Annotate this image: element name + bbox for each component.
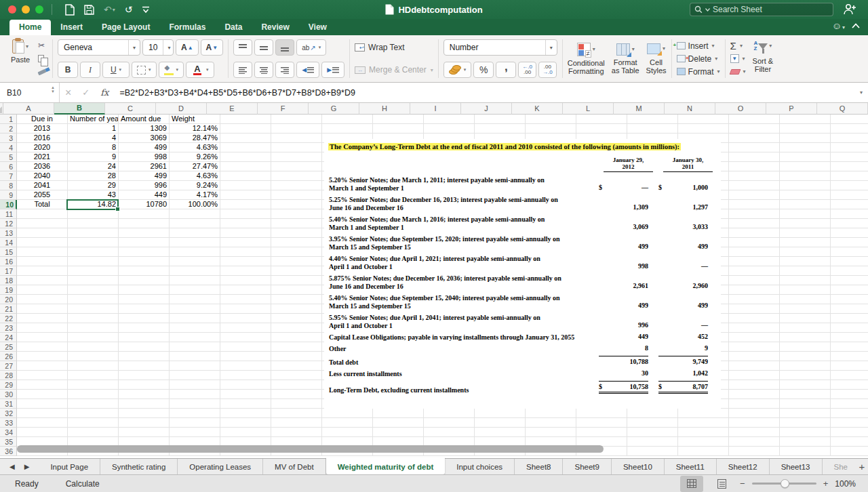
row-header-4[interactable]: 4 (0, 143, 17, 152)
sheet-tab-sheet13[interactable]: Sheet13 (770, 459, 823, 474)
cell-M36[interactable] (627, 447, 678, 456)
cell-M2[interactable] (627, 124, 678, 134)
sheet-tab-weighted-maturity-of-debt[interactable]: Weighted maturity of debt (326, 457, 446, 474)
cell-F27[interactable] (271, 361, 322, 371)
cell-K33[interactable] (526, 418, 576, 428)
cell-F29[interactable] (271, 380, 322, 390)
cell-D33[interactable] (170, 418, 220, 428)
cell-Q28[interactable] (831, 371, 868, 380)
cell-E4[interactable] (220, 143, 271, 152)
cell-I33[interactable] (424, 418, 475, 428)
column-header-L[interactable]: L (563, 103, 614, 115)
cell-N34[interactable] (678, 428, 729, 437)
cell-Q21[interactable] (831, 304, 868, 314)
row-header-32[interactable]: 32 (0, 409, 17, 418)
cell-P16[interactable] (780, 257, 831, 266)
share-icon[interactable] (843, 3, 856, 18)
sheet-tab-sheet11[interactable]: Sheet11 (665, 459, 717, 474)
cell-P35[interactable] (780, 437, 831, 447)
cell-F33[interactable] (271, 418, 322, 428)
cell-O35[interactable] (729, 437, 780, 447)
row-header-35[interactable]: 35 (0, 437, 17, 447)
cell-B21[interactable] (68, 304, 119, 314)
row-header-7[interactable]: 7 (0, 171, 17, 181)
cell-O30[interactable] (729, 390, 780, 399)
row-header-30[interactable]: 30 (0, 390, 17, 399)
cell-P2[interactable] (780, 124, 831, 134)
select-all-corner[interactable] (0, 103, 3, 115)
sheet-tab-mv-of-debt[interactable]: MV of Debt (263, 459, 326, 474)
cell-P28[interactable] (780, 371, 831, 380)
cell-C33[interactable] (119, 418, 170, 428)
cell-H1[interactable] (373, 115, 424, 124)
cell-P30[interactable] (780, 390, 831, 399)
cell-D18[interactable] (170, 276, 220, 285)
insert-cells-button[interactable]: Insert▾ (677, 39, 720, 52)
cell-A10[interactable]: Total (17, 200, 68, 209)
cell-F12[interactable] (271, 219, 322, 228)
cell-C29[interactable] (119, 380, 170, 390)
row-header-28[interactable]: 28 (0, 371, 17, 380)
formula-input[interactable]: =B2*D2+B3*D3+B4*D4+B5*D5+B6*D6+B7*D7+B8*… (119, 88, 860, 98)
cell-D2[interactable]: 12.14% (170, 124, 220, 134)
cell-E23[interactable] (220, 323, 271, 333)
cell-P5[interactable] (780, 152, 831, 162)
cell-Q3[interactable] (831, 134, 868, 143)
cell-C4[interactable]: 499 (119, 143, 170, 152)
orientation-button[interactable]: ab↗▾ (296, 39, 326, 56)
cell-E3[interactable] (220, 134, 271, 143)
shrink-font-button[interactable]: A▼ (201, 39, 224, 56)
cell-D30[interactable] (170, 390, 220, 399)
cell-F2[interactable] (271, 124, 322, 134)
column-header-Q[interactable]: Q (817, 103, 868, 115)
cell-Q9[interactable] (831, 190, 868, 200)
cell-A25[interactable] (17, 342, 68, 352)
cell-F31[interactable] (271, 399, 322, 409)
cell-F23[interactable] (271, 323, 322, 333)
row-header-21[interactable]: 21 (0, 304, 17, 314)
search-input[interactable]: Search Sheet (690, 3, 833, 16)
cell-P19[interactable] (780, 285, 831, 295)
column-header-B[interactable]: B (54, 103, 105, 115)
cell-styles-button[interactable]: ▾ CellStyles (646, 43, 667, 75)
cell-E27[interactable] (220, 361, 271, 371)
sheet-tab-sheet9[interactable]: Sheet9 (563, 459, 611, 474)
cell-D31[interactable] (170, 399, 220, 409)
cell-D14[interactable] (170, 238, 220, 247)
row-header-20[interactable]: 20 (0, 295, 17, 304)
cell-E32[interactable] (220, 409, 271, 418)
cell-O5[interactable] (729, 152, 780, 162)
cell-B6[interactable]: 24 (68, 162, 119, 171)
row-header-10[interactable]: 10 (0, 200, 17, 209)
cell-A9[interactable]: 2055 (17, 190, 68, 200)
grow-font-button[interactable]: A▲ (176, 39, 199, 56)
column-header-H[interactable]: H (359, 103, 410, 115)
cell-K1[interactable] (526, 115, 576, 124)
cell-D3[interactable]: 28.47% (170, 134, 220, 143)
wrap-text-button[interactable]: ↩ Wrap Text (355, 39, 433, 56)
cell-B32[interactable] (68, 409, 119, 418)
cell-N32[interactable] (678, 409, 729, 418)
cell-L1[interactable] (576, 115, 627, 124)
cell-P22[interactable] (780, 314, 831, 323)
cell-F28[interactable] (271, 371, 322, 380)
increase-indent-button[interactable]: ▶ (321, 62, 344, 78)
cell-P10[interactable] (780, 200, 831, 209)
cell-P24[interactable] (780, 333, 831, 342)
cut-button[interactable]: ✂ (38, 40, 47, 50)
cell-O7[interactable] (729, 171, 780, 181)
cell-B11[interactable] (68, 209, 119, 219)
cell-J2[interactable] (475, 124, 526, 134)
cell-D25[interactable] (170, 342, 220, 352)
cell-H34[interactable] (373, 428, 424, 437)
cell-C6[interactable]: 2961 (119, 162, 170, 171)
cell-D24[interactable] (170, 333, 220, 342)
cell-O3[interactable] (729, 134, 780, 143)
cell-N36[interactable] (678, 447, 729, 456)
cell-D26[interactable] (170, 352, 220, 361)
cell-M33[interactable] (627, 418, 678, 428)
cell-A12[interactable] (17, 219, 68, 228)
cell-Q27[interactable] (831, 361, 868, 371)
cell-P21[interactable] (780, 304, 831, 314)
cell-O19[interactable] (729, 285, 780, 295)
